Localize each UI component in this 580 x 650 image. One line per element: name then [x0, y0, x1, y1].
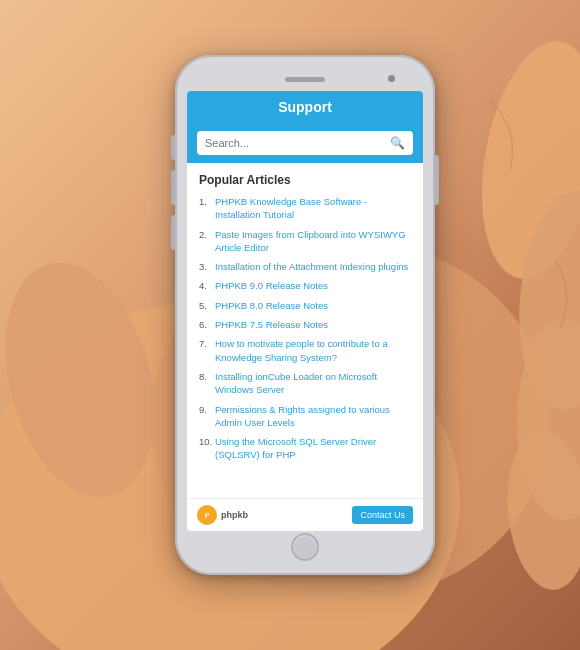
phone-screen: Support 🔍 Popular Articles 1. PHPKB Know…	[187, 91, 423, 531]
article-link[interactable]: How to motivate people to contribute to …	[215, 337, 411, 364]
search-input[interactable]	[205, 137, 390, 149]
header-title: Support	[278, 99, 332, 115]
phpkb-logo-icon: P	[197, 505, 217, 525]
article-list: 1. PHPKB Knowledge Base Software - Insta…	[199, 195, 411, 462]
phone-bottom	[187, 531, 423, 563]
list-item: 2. Paste Images from Clipboard into WYSI…	[199, 228, 411, 255]
article-number: 7.	[199, 337, 215, 364]
screen-footer: P phpkb Contact Us	[187, 498, 423, 531]
article-number: 9.	[199, 403, 215, 430]
home-button[interactable]	[291, 533, 319, 561]
article-number: 1.	[199, 195, 215, 222]
power-button	[435, 155, 439, 205]
article-link[interactable]: PHPKB 9.0 Release Notes	[215, 279, 328, 292]
mute-button	[171, 135, 175, 160]
list-item: 5. PHPKB 8.0 Release Notes	[199, 299, 411, 312]
phone-wrapper: Support 🔍 Popular Articles 1. PHPKB Know…	[175, 55, 435, 575]
list-item: 9. Permissions & Rights assigned to vari…	[199, 403, 411, 430]
phpkb-logo: P phpkb	[197, 505, 248, 525]
article-number: 3.	[199, 260, 215, 273]
article-link[interactable]: Installing ionCube Loader on Microsoft W…	[215, 370, 411, 397]
article-number: 8.	[199, 370, 215, 397]
search-input-wrapper[interactable]: 🔍	[197, 131, 413, 155]
support-header: Support	[187, 91, 423, 123]
list-item: 3. Installation of the Attachment Indexi…	[199, 260, 411, 273]
article-link[interactable]: Paste Images from Clipboard into WYSIWYG…	[215, 228, 411, 255]
article-link[interactable]: Using the Microsoft SQL Server Driver (S…	[215, 435, 411, 462]
phone-speaker	[285, 77, 325, 82]
list-item: 8. Installing ionCube Loader on Microsof…	[199, 370, 411, 397]
article-number: 10.	[199, 435, 215, 462]
article-link[interactable]: Installation of the Attachment Indexing …	[215, 260, 408, 273]
article-number: 4.	[199, 279, 215, 292]
article-number: 6.	[199, 318, 215, 331]
volume-down-button	[171, 215, 175, 250]
phone-top-bar	[187, 67, 423, 91]
popular-articles-title: Popular Articles	[199, 173, 411, 187]
article-number: 2.	[199, 228, 215, 255]
phone-camera	[388, 75, 395, 82]
article-link[interactable]: PHPKB 7.5 Release Notes	[215, 318, 328, 331]
list-item: 6. PHPKB 7.5 Release Notes	[199, 318, 411, 331]
article-link[interactable]: PHPKB Knowledge Base Software - Installa…	[215, 195, 411, 222]
search-bar: 🔍	[187, 123, 423, 163]
list-item: 7. How to motivate people to contribute …	[199, 337, 411, 364]
article-link[interactable]: Permissions & Rights assigned to various…	[215, 403, 411, 430]
phpkb-logo-text: phpkb	[221, 510, 248, 520]
list-item: 1. PHPKB Knowledge Base Software - Insta…	[199, 195, 411, 222]
article-number: 5.	[199, 299, 215, 312]
phone-frame: Support 🔍 Popular Articles 1. PHPKB Know…	[175, 55, 435, 575]
screen-content: Popular Articles 1. PHPKB Knowledge Base…	[187, 163, 423, 498]
svg-text:P: P	[205, 512, 210, 519]
search-icon: 🔍	[390, 136, 405, 150]
article-link[interactable]: PHPKB 8.0 Release Notes	[215, 299, 328, 312]
contact-us-button[interactable]: Contact Us	[352, 506, 413, 524]
volume-up-button	[171, 170, 175, 205]
list-item: 10. Using the Microsoft SQL Server Drive…	[199, 435, 411, 462]
list-item: 4. PHPKB 9.0 Release Notes	[199, 279, 411, 292]
